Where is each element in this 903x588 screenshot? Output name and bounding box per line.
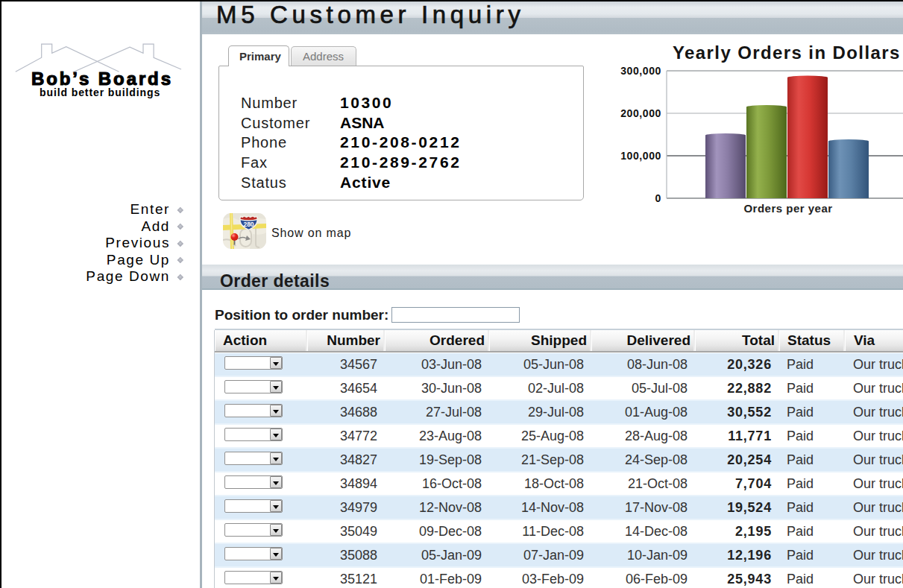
svg-text:Orders per year: Orders per year [743, 202, 832, 215]
svg-text:100,000: 100,000 [620, 150, 661, 162]
svg-text:Yearly Orders in Dollars: Yearly Orders in Dollars [673, 42, 901, 63]
svg-text:200,000: 200,000 [620, 107, 661, 119]
svg-text:280: 280 [243, 221, 254, 228]
svg-text:0: 0 [655, 192, 661, 204]
svg-text:300,000: 300,000 [620, 65, 661, 77]
